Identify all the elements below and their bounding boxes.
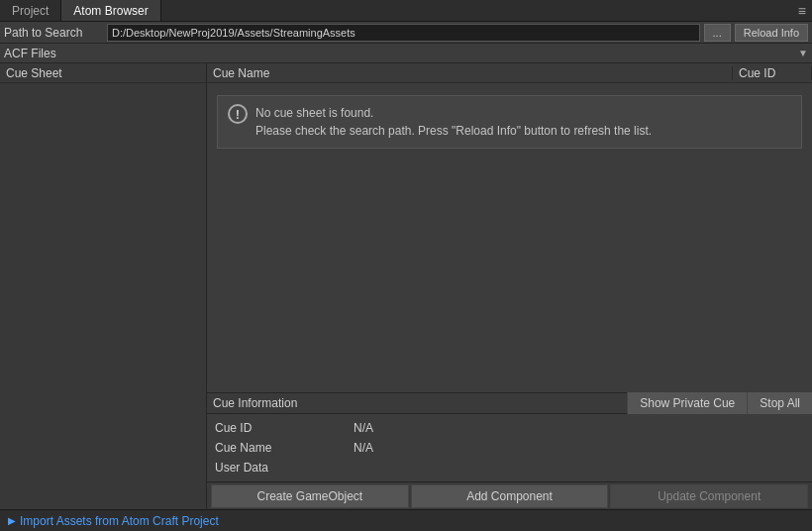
path-row: Path to Search ... Reload Info <box>0 22 812 44</box>
path-label: Path to Search <box>4 26 103 40</box>
path-input[interactable] <box>107 24 700 42</box>
cue-details: Cue ID N/A Cue Name N/A User Data <box>207 414 812 481</box>
user-data-label: User Data <box>215 461 354 475</box>
footer: ▶ Import Assets from Atom Craft Project <box>0 509 812 531</box>
tab-project[interactable]: Project <box>0 0 61 21</box>
right-panel: Cue Name Cue ID ! No cue sheet is found.… <box>207 63 812 509</box>
browse-button[interactable]: ... <box>704 24 731 42</box>
cue-list-area: ! No cue sheet is found. Please check th… <box>207 83 812 392</box>
cue-info-label: Cue Information <box>207 396 627 410</box>
tab-project-label: Project <box>12 4 49 18</box>
update-component-button[interactable]: Update Component <box>610 484 808 508</box>
cue-id-value: N/A <box>354 421 373 435</box>
main-area: Cue Sheet Cue Name Cue ID ! No cue sheet… <box>0 63 812 509</box>
add-component-button[interactable]: Add Component <box>411 484 609 508</box>
cue-info-bar: Cue Information Show Private Cue Stop Al… <box>207 392 812 414</box>
left-panel: Cue Sheet <box>0 63 207 509</box>
warning-text: No cue sheet is found. Please check the … <box>255 104 652 140</box>
tab-atom-browser[interactable]: Atom Browser <box>61 0 160 21</box>
acf-row[interactable]: ACF Files ▼ <box>0 44 812 63</box>
warning-line1: No cue sheet is found. <box>255 104 652 122</box>
tab-menu-icon[interactable]: ≡ <box>792 3 812 19</box>
action-bar: Create GameObject Add Component Update C… <box>207 481 812 509</box>
user-data-row: User Data <box>207 458 812 478</box>
warning-line2: Please check the search path. Press "Rel… <box>255 122 652 140</box>
col-header-cue-id: Cue ID <box>733 66 812 80</box>
footer-arrow-icon: ▶ <box>8 515 16 526</box>
import-assets-link[interactable]: Import Assets from Atom Craft Project <box>20 514 219 528</box>
col-header-cue-name: Cue Name <box>207 66 733 80</box>
cue-name-label: Cue Name <box>215 441 354 455</box>
cue-name-value: N/A <box>354 441 373 455</box>
cue-id-label: Cue ID <box>215 421 354 435</box>
cue-sheet-header: Cue Sheet <box>0 63 206 83</box>
acf-arrow-icon: ▼ <box>798 48 808 58</box>
acf-label: ACF Files <box>4 47 56 60</box>
tab-bar: Project Atom Browser ≡ <box>0 0 812 22</box>
tabs-left: Project Atom Browser <box>0 0 161 21</box>
show-private-cue-button[interactable]: Show Private Cue <box>627 392 747 414</box>
reload-info-button[interactable]: Reload Info <box>735 24 808 42</box>
cue-id-row: Cue ID N/A <box>207 418 812 438</box>
tab-atom-browser-label: Atom Browser <box>73 4 148 18</box>
column-headers: Cue Name Cue ID <box>207 63 812 83</box>
warning-icon: ! <box>228 104 248 124</box>
create-gameobject-button[interactable]: Create GameObject <box>211 484 409 508</box>
stop-all-button[interactable]: Stop All <box>747 392 812 414</box>
warning-box: ! No cue sheet is found. Please check th… <box>217 95 802 149</box>
cue-name-row: Cue Name N/A <box>207 438 812 458</box>
